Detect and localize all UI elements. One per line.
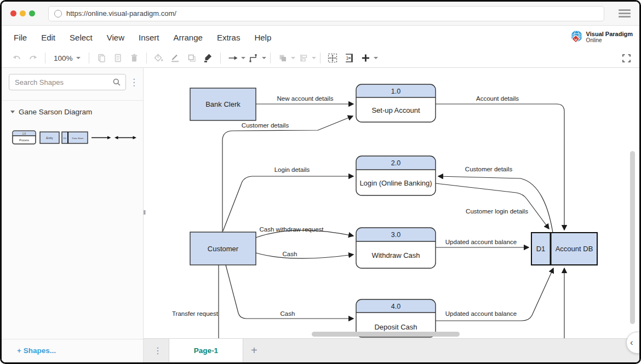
align-caret[interactable] bbox=[312, 57, 316, 59]
fullscreen-icon[interactable] bbox=[620, 51, 633, 65]
browser-window: https://online.visual-paradigm.com/ File… bbox=[0, 0, 641, 364]
menu-edit[interactable]: Edit bbox=[41, 33, 55, 42]
stencil-process[interactable]: 1.0 Process bbox=[13, 131, 36, 144]
arrange-order-icon[interactable] bbox=[276, 51, 289, 65]
zoom-level-dropdown[interactable]: 100% bbox=[54, 54, 81, 62]
svg-text:Deposit Cash: Deposit Cash bbox=[374, 323, 417, 331]
svg-text:Account DB: Account DB bbox=[556, 245, 593, 253]
section-gane-sarson[interactable]: Gane Sarson Diagram bbox=[2, 101, 143, 119]
edge-label-account-details[interactable]: Account details bbox=[476, 95, 519, 102]
insert-column-icon[interactable]: 1 bbox=[342, 51, 356, 65]
panel-resize-grip[interactable]: ‖ bbox=[143, 209, 146, 216]
shadow-icon[interactable] bbox=[185, 51, 198, 65]
edge-label-updated-balance-withdraw[interactable]: Updated account balance bbox=[445, 239, 517, 245]
edge-label-cash-withdraw[interactable]: Cash bbox=[283, 251, 297, 257]
copy-icon[interactable] bbox=[95, 51, 108, 65]
panel-options-icon[interactable]: ⋮ bbox=[126, 78, 142, 87]
tab-page-1[interactable]: Page-1 bbox=[169, 339, 243, 362]
node-process-withdraw-cash[interactable]: 3.0 Withdraw Cash bbox=[356, 228, 436, 268]
search-shapes-input[interactable] bbox=[14, 78, 112, 87]
svg-text:1.0: 1.0 bbox=[22, 132, 26, 135]
edge-label-login-details[interactable]: Login details bbox=[274, 166, 310, 173]
svg-text:Set-up Account: Set-up Account bbox=[371, 106, 420, 114]
window-controls bbox=[10, 10, 35, 16]
search-icon bbox=[112, 78, 121, 86]
edge-label-cash-withdraw-request[interactable]: Cash withdraw request bbox=[260, 226, 324, 233]
url-text[interactable]: https://online.visual-paradigm.com/ bbox=[66, 9, 176, 18]
svg-text:3.0: 3.0 bbox=[391, 231, 400, 239]
close-window-button[interactable] bbox=[10, 10, 16, 16]
delete-icon[interactable] bbox=[128, 51, 141, 65]
menu-arrange[interactable]: Arrange bbox=[174, 33, 203, 42]
toolbar: 100% bbox=[2, 49, 639, 68]
node-process-login[interactable]: 2.0 Login (Online Banking) bbox=[356, 156, 436, 195]
node-account-db-store[interactable]: D1 Account DB bbox=[531, 233, 597, 265]
svg-text:Login (Online Banking): Login (Online Banking) bbox=[359, 179, 432, 187]
vp-globe-icon bbox=[569, 30, 584, 44]
svg-text:2.0: 2.0 bbox=[391, 159, 400, 167]
arrow-style-icon[interactable] bbox=[226, 51, 239, 65]
node-bank-clerk[interactable]: Bank Clerk bbox=[190, 88, 256, 120]
gane-sarson-diagram: New account details Customer details Acc… bbox=[144, 68, 639, 338]
line-color-icon[interactable] bbox=[169, 51, 182, 65]
edge-label-customer-details-top[interactable]: Customer details bbox=[242, 122, 289, 129]
more-shapes-link[interactable]: + Shapes... bbox=[2, 339, 143, 362]
search-shapes-box[interactable] bbox=[9, 74, 126, 90]
menu-file[interactable]: File bbox=[14, 33, 27, 42]
connector-style-caret[interactable] bbox=[262, 57, 266, 59]
menu-insert[interactable]: Insert bbox=[139, 33, 159, 42]
edge-customer-details-right[interactable] bbox=[438, 176, 553, 233]
add-shape-caret[interactable] bbox=[374, 57, 378, 59]
menu-view[interactable]: View bbox=[107, 33, 124, 42]
menu-extras[interactable]: Extras bbox=[217, 33, 241, 42]
edge-customer-details-top[interactable] bbox=[222, 116, 353, 232]
edge-label-updated-balance-deposit[interactable]: Updated account balance bbox=[445, 310, 517, 317]
edge-label-cash-deposit[interactable]: Cash bbox=[281, 310, 295, 317]
arrange-order-caret[interactable] bbox=[291, 57, 295, 59]
page-tab-bar: ⋮ Page-1 + bbox=[144, 338, 639, 362]
svg-text:1.0: 1.0 bbox=[391, 88, 400, 95]
stencil-entity[interactable]: Entity bbox=[40, 132, 59, 143]
edge-cash-withdraw[interactable] bbox=[256, 253, 353, 258]
svg-text:Entity: Entity bbox=[46, 136, 53, 140]
stencil-arrow[interactable] bbox=[91, 136, 111, 139]
stencil-bidirectional-arrow[interactable] bbox=[115, 136, 136, 139]
fill-color-icon[interactable] bbox=[152, 51, 165, 65]
menu-select[interactable]: Select bbox=[70, 33, 93, 42]
align-icon[interactable] bbox=[297, 51, 310, 65]
site-info-icon[interactable] bbox=[54, 10, 62, 18]
undo-icon[interactable] bbox=[10, 51, 23, 65]
arrow-style-caret[interactable] bbox=[241, 57, 245, 59]
horizontal-scrollbar[interactable] bbox=[312, 332, 460, 337]
redo-icon[interactable] bbox=[26, 51, 39, 65]
edge-label-customer-details-right[interactable]: Customer details bbox=[465, 166, 513, 172]
vertical-scrollbar[interactable] bbox=[630, 151, 635, 324]
svg-text:Withdraw Cash: Withdraw Cash bbox=[371, 251, 420, 259]
edge-customer-login-details[interactable] bbox=[436, 183, 549, 229]
edge-label-customer-login-details[interactable]: Customer login details bbox=[466, 208, 528, 215]
browser-menu-icon[interactable] bbox=[619, 9, 631, 18]
logo-text-line2: Online bbox=[586, 38, 633, 43]
add-page-button[interactable]: + bbox=[243, 339, 265, 362]
connector-style-icon[interactable] bbox=[247, 51, 260, 65]
edge-label-new-account-details[interactable]: New account details bbox=[277, 95, 334, 102]
edge-login-details[interactable] bbox=[223, 176, 353, 231]
fit-to-selection-icon[interactable] bbox=[326, 51, 339, 65]
menu-help[interactable]: Help bbox=[254, 33, 271, 42]
collapse-section-icon bbox=[10, 111, 15, 113]
zoom-level-value: 100% bbox=[54, 54, 73, 62]
minimize-window-button[interactable] bbox=[20, 10, 26, 16]
diagram-canvas[interactable]: New account details Customer details Acc… bbox=[144, 68, 639, 338]
svg-text:Customer: Customer bbox=[208, 245, 239, 253]
maximize-window-button[interactable] bbox=[29, 10, 35, 16]
page-options-icon[interactable]: ⋮ bbox=[144, 339, 169, 362]
stencil-data-store[interactable]: D1 Data Store bbox=[62, 132, 88, 143]
node-process-setup-account[interactable]: 1.0 Set-up Account bbox=[356, 84, 436, 122]
edge-label-transfer-request[interactable]: Transfer request bbox=[172, 310, 219, 317]
note-icon[interactable] bbox=[111, 51, 124, 65]
plus-icon: + bbox=[17, 346, 24, 355]
add-shape-icon[interactable] bbox=[359, 51, 372, 65]
node-customer[interactable]: Customer bbox=[190, 232, 256, 265]
format-painter-icon[interactable] bbox=[202, 51, 215, 65]
address-bar[interactable]: https://online.visual-paradigm.com/ bbox=[48, 6, 604, 21]
